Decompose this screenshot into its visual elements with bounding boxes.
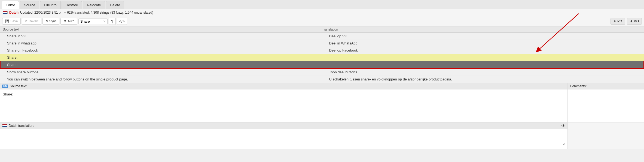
nl-flag (2, 124, 7, 127)
table-body: Share in VK Deel op VK Share in whatsapp… (0, 33, 644, 83)
table-row[interactable]: You can switch between share and follow … (0, 76, 644, 83)
toolbar: 💾 Save ↺ Revert ↻ Sync ⚙ Auto ✕ ¶ </> ⬇ … (0, 16, 644, 26)
language-label: Dutch (9, 11, 19, 14)
share-clear-icon[interactable]: ✕ (103, 20, 106, 23)
translation-cell (322, 61, 644, 68)
comments-panel: Comments: (568, 83, 644, 122)
translation-section: Dutch translation: 👁 (0, 122, 644, 149)
tab-editor[interactable]: Editor (2, 1, 19, 9)
translation-cell (322, 54, 644, 61)
en-badge: EN (2, 85, 8, 88)
save-button[interactable]: 💾 Save (2, 18, 21, 25)
dutch-flag (3, 11, 8, 14)
save-icon: 💾 (5, 19, 9, 23)
auto-icon: ⚙ (63, 19, 66, 23)
table-row-selected-dark[interactable]: Share: (0, 61, 644, 69)
source-cell: Share: (1, 61, 322, 68)
comments-header: Comments: (568, 83, 644, 89)
share-input-wrap: ✕ (78, 19, 108, 24)
revert-button[interactable]: ↺ Revert (22, 18, 41, 25)
download-icon: ⬇ (614, 19, 616, 23)
translation-panel: Dutch translation: 👁 (0, 122, 568, 149)
toolbar-right: ⬇ PO ⬇ MO (611, 18, 642, 25)
auto-button[interactable]: ⚙ Auto (60, 18, 77, 25)
source-panel: EN Source text: Share: (0, 83, 568, 122)
share-input[interactable] (80, 19, 102, 23)
paragraph-icon-button[interactable]: ¶ (109, 18, 116, 25)
translation-cell: Deel in WhatsApp (322, 40, 644, 47)
editor-section: EN Source text: Share: Comments: (0, 83, 644, 122)
table-row[interactable]: Share in whatsapp Deel in WhatsApp (0, 40, 644, 47)
tab-delete[interactable]: Delete (106, 1, 124, 9)
source-cell: Share on Facebook (0, 47, 322, 54)
table-header: Source text Translation (0, 26, 644, 33)
table-row[interactable]: Share in VK Deel op VK (0, 33, 644, 40)
translation-textarea[interactable] (3, 132, 565, 146)
translation-content[interactable] (0, 129, 567, 149)
sync-icon: ↻ (45, 19, 48, 23)
eye-icon[interactable]: 👁 (561, 124, 565, 128)
revert-icon: ↺ (25, 19, 28, 23)
table-row[interactable]: Share on Facebook Deel op Facebook (0, 47, 644, 54)
source-header: EN Source text: (0, 83, 567, 89)
source-cell: Show share buttons (0, 69, 322, 76)
translation-cell: Toon deel buttons (322, 69, 644, 76)
status-bar: Dutch Updated: 22/06/2023 3:51 pm – 62% … (0, 9, 644, 16)
tab-file-info[interactable]: File info (40, 1, 61, 9)
source-cell: You can switch between share and follow … (0, 76, 322, 83)
sync-button[interactable]: ↻ Sync (42, 18, 60, 25)
source-label: Source text: (10, 84, 27, 88)
translation-cell: Deel op Facebook (322, 47, 644, 54)
table-row-selected-light[interactable]: Share: (0, 54, 644, 61)
status-text: Updated: 22/06/2023 3:51 pm – 62% transl… (20, 11, 153, 14)
tab-relocate[interactable]: Relocate (83, 1, 105, 9)
source-cell: Share in VK (0, 33, 322, 40)
translation-header: Dutch translation: 👁 (0, 122, 567, 129)
source-cell: Share in whatsapp (0, 40, 322, 47)
col-translation-header: Translation (322, 28, 642, 31)
mo-download-button[interactable]: ⬇ MO (627, 18, 642, 25)
po-download-button[interactable]: ⬇ PO (611, 18, 625, 25)
source-cell: Share: (0, 54, 322, 61)
translation-cell: Deel op VK (322, 33, 644, 40)
translation-cell: U schakelen tussen share- en volgknoppen… (322, 76, 644, 83)
top-tabs: Editor Source File info Restore Relocate… (0, 0, 644, 9)
translation-right-panel (568, 122, 644, 149)
tab-restore[interactable]: Restore (62, 1, 82, 9)
source-content: Share: (0, 89, 567, 122)
tab-source[interactable]: Source (20, 1, 39, 9)
code-icon-button[interactable]: </> (117, 18, 127, 25)
download-icon-mo: ⬇ (630, 19, 633, 23)
table-row[interactable]: Show share buttons Toon deel buttons (0, 69, 644, 76)
comments-content (568, 89, 644, 122)
col-source-header: Source text (3, 28, 322, 31)
translation-lang-label: Dutch translation: (9, 124, 34, 128)
